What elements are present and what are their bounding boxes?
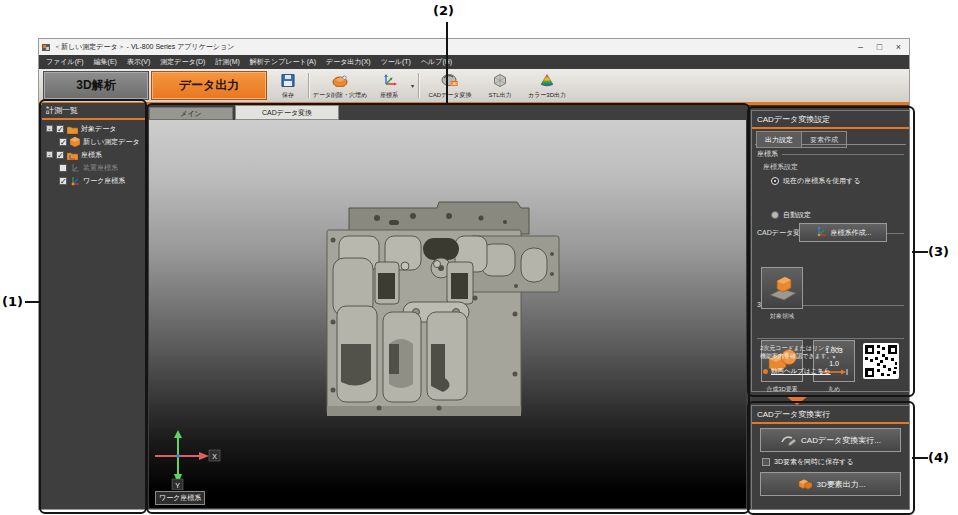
viewport-tab-cad-convert[interactable]: CADデータ変換 bbox=[235, 105, 339, 120]
cad-convert-settings-panel: CADデータ変換設定 出力設定 要素作成 座標系 座標系設定 現在の座標系を使用… bbox=[751, 110, 910, 392]
stl-output-button[interactable]: STL出力 bbox=[480, 71, 520, 100]
cubes-icon bbox=[796, 476, 812, 492]
tab-output-settings[interactable]: 出力設定 bbox=[756, 131, 802, 148]
tree-item-target-data[interactable]: - 対象データ bbox=[42, 122, 146, 135]
annotation-4: (4) bbox=[928, 450, 949, 465]
axes-small-icon bbox=[70, 159, 80, 177]
annotation-4-line bbox=[912, 457, 928, 459]
coordinate-setting-label: 座標系設定 bbox=[763, 162, 906, 172]
panel-connector-arrow-icon bbox=[786, 396, 808, 405]
radio-use-current-coord[interactable]: 現在の座標系を使用する bbox=[771, 176, 906, 186]
axis-y-label: Y bbox=[175, 482, 180, 489]
delete-fill-button[interactable]: データ削除・穴埋め bbox=[312, 71, 368, 100]
radio-auto-setting[interactable]: 自動設定 bbox=[771, 210, 906, 220]
annotation-3-line bbox=[912, 251, 928, 253]
color-3d-icon bbox=[540, 73, 554, 91]
cad-convert-execute-panel: CADデータ変換実行 CADデータ変換実行... 3D要素を同時に保存する 3D… bbox=[751, 405, 910, 510]
toolbar-separator bbox=[418, 73, 419, 98]
output-3d-element-button[interactable]: 3D要素出力... bbox=[760, 472, 901, 496]
measurement-list-panel: 計測一覧 - 対象データ 新しい測定データ - bbox=[42, 103, 146, 508]
menu-file[interactable]: ファイル(F) bbox=[46, 57, 84, 67]
annotation-1: (1) bbox=[2, 294, 23, 309]
checkbox[interactable] bbox=[56, 125, 64, 133]
bullet-icon bbox=[763, 369, 768, 374]
save-3d-together-checkbox[interactable]: 3D要素を同時に保存する bbox=[762, 457, 854, 467]
radio-unselected-icon bbox=[771, 211, 779, 219]
checkbox[interactable] bbox=[56, 151, 64, 159]
measurement-tree: - 対象データ 新しい測定データ - 座標系 bbox=[42, 120, 146, 187]
axes-icon bbox=[382, 73, 397, 91]
tree-item-device-coord[interactable]: 装置座標系 bbox=[42, 161, 146, 174]
stl-icon bbox=[493, 73, 507, 91]
tab-data-output[interactable]: データ出力 bbox=[151, 71, 267, 100]
app-logo-icon bbox=[42, 43, 51, 52]
settings-content: 座標系 座標系設定 現在の座標系を使用する 座標系作成... 自動設定 CADデ… bbox=[755, 144, 906, 389]
tree-item-coordinate-systems[interactable]: - 座標系 bbox=[42, 148, 146, 161]
title-bar: ＜新しい測定データ＞ - VL-800 Series アプリケーション – □ … bbox=[39, 39, 909, 55]
coordinate-system-button[interactable]: 座標系 bbox=[371, 71, 407, 100]
tree-item-new-measurement[interactable]: 新しい測定データ bbox=[42, 135, 146, 148]
tab-3d-analysis[interactable]: 3D解析 bbox=[43, 71, 149, 100]
annotation-3: (3) bbox=[928, 244, 949, 259]
menu-data-output[interactable]: データ出力(X) bbox=[326, 57, 371, 67]
axis-indicator: X Y bbox=[151, 430, 221, 494]
help-text: 2次元コードまたはリンクから 機能案内を確認できます。 bbox=[760, 344, 843, 360]
save-button[interactable]: 保存 bbox=[272, 71, 304, 100]
close-button[interactable]: × bbox=[890, 42, 907, 52]
scanned-part-model[interactable] bbox=[319, 194, 563, 432]
app-window: ＜新しい測定データ＞ - VL-800 Series アプリケーション – □ … bbox=[38, 38, 910, 510]
menu-analysis-template[interactable]: 解析テンプレート(A) bbox=[250, 57, 316, 67]
help-box: 2次元コードまたはリンクから 機能案内を確認できます。 動画ヘルプはこちら bbox=[757, 338, 904, 387]
settings-panel-title: CADデータ変換設定 bbox=[752, 111, 909, 129]
menu-view[interactable]: 表示(V) bbox=[127, 57, 150, 67]
3d-canvas[interactable]: X Y ワーク座標系 bbox=[149, 120, 746, 508]
color-3d-output-button[interactable]: カラー3D出力 bbox=[523, 71, 571, 100]
expander-icon[interactable]: - bbox=[46, 125, 53, 132]
measurement-list-title: 計測一覧 bbox=[42, 103, 146, 120]
expander-icon[interactable]: - bbox=[46, 151, 53, 158]
cad-convert-icon: CAD bbox=[441, 73, 459, 91]
floppy-icon bbox=[281, 73, 295, 91]
checkbox bbox=[762, 458, 770, 466]
maximize-button[interactable]: □ bbox=[871, 42, 888, 52]
checkbox[interactable] bbox=[59, 164, 67, 172]
viewport-tab-main[interactable]: メイン bbox=[149, 107, 233, 120]
menu-measure-data[interactable]: 測定データ(D) bbox=[160, 57, 205, 67]
coordinate-dropdown-arrow[interactable]: ▾ bbox=[411, 82, 414, 89]
menu-bar: ファイル(F) 編集(E) 表示(V) 測定データ(D) 計測(M) 解析テンプ… bbox=[39, 55, 909, 69]
coordinate-group-label: 座標系 bbox=[757, 149, 904, 159]
toolbar-separator bbox=[308, 73, 309, 98]
target-area-label: 対象領域 bbox=[752, 312, 812, 321]
toolbar: 3D解析 データ出力 保存 データ削除・穴埋め 座標系 ▾ CAD bbox=[39, 69, 909, 102]
qr-code bbox=[863, 343, 899, 379]
video-help-link[interactable]: 動画ヘルプはこちら bbox=[771, 367, 831, 376]
annotation-2-line bbox=[446, 22, 448, 104]
checkbox[interactable] bbox=[59, 177, 67, 185]
tree-item-work-coord[interactable]: ワーク座標系 bbox=[42, 174, 146, 187]
annotation-1-line bbox=[25, 301, 39, 303]
target-area-button[interactable] bbox=[761, 267, 803, 309]
cad-convert-execute-button[interactable]: CADデータ変換実行... bbox=[760, 428, 901, 452]
convert-pen-icon bbox=[780, 433, 796, 448]
svg-text:CAD: CAD bbox=[450, 81, 459, 86]
radio-selected-icon bbox=[771, 177, 779, 185]
create-coord-button[interactable]: 座標系作成... bbox=[799, 223, 887, 242]
cad-convert-button[interactable]: CAD CADデータ変換 bbox=[423, 71, 477, 100]
target-area-icon bbox=[766, 273, 798, 303]
work-coordinate-badge: ワーク座標系 bbox=[155, 491, 205, 505]
menu-measure[interactable]: 計測(M) bbox=[215, 57, 240, 67]
axes-mini-icon bbox=[815, 226, 827, 239]
viewport: メイン CADデータ変換 bbox=[149, 105, 746, 508]
execute-panel-title: CADデータ変換実行 bbox=[752, 406, 909, 424]
menu-edit[interactable]: 編集(E) bbox=[94, 57, 117, 67]
delete-fill-icon bbox=[332, 73, 348, 91]
axis-x-label: X bbox=[212, 453, 217, 460]
minimize-button[interactable]: – bbox=[852, 42, 869, 52]
window-title: ＜新しい測定データ＞ - VL-800 Series アプリケーション bbox=[54, 42, 234, 52]
menu-tools[interactable]: ツール(T) bbox=[381, 57, 411, 67]
checkbox[interactable] bbox=[59, 138, 67, 146]
annotation-2: (2) bbox=[433, 3, 454, 18]
